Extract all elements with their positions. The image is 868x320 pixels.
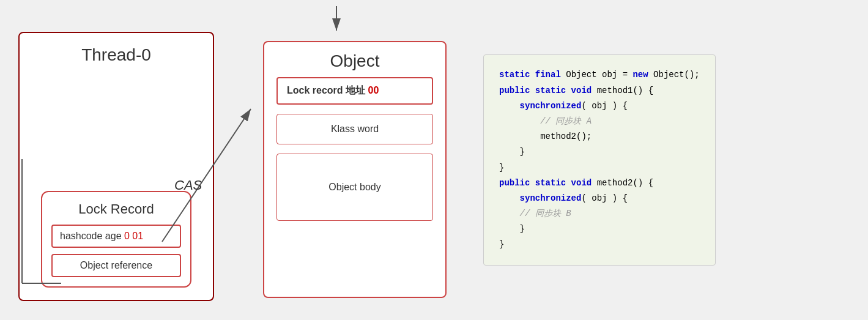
main-container: Thread-0 Lock Record hashcode age 0 01 O… [0,0,868,320]
code-line-3: synchronized( obj ) { [499,99,700,114]
object-body-box: Object body [276,154,433,221]
code-line-2: public static void method1() { [499,83,700,99]
code-line-1: static final Object obj = new Object(); [499,67,700,83]
object-container: Object Lock record 地址 00 Klass word Obje… [263,23,447,298]
hashcode-nums: 0 01 [124,231,143,241]
code-box: static final Object obj = new Object(); … [483,54,716,265]
object-ref-text: Object reference [80,260,152,270]
lock-record-label: Lock Record [51,201,181,217]
object-label: Object [264,51,445,71]
code-line-8: public static void method2() { [499,176,700,191]
lock-record-addr-text: Lock record 地址 [287,85,368,95]
klass-word-text: Klass word [331,124,379,134]
code-line-12: } [499,237,700,252]
object-ref-box: Object reference [51,254,181,277]
thread-label: Thread-0 [20,45,213,65]
klass-word-box: Klass word [276,114,433,144]
code-line-10: // 同步块 B [499,206,700,221]
lock-record-box: Lock Record hashcode age 0 01 Object ref… [41,191,191,288]
lock-record-addr-num: 00 [368,85,379,95]
hashcode-box: hashcode age 0 01 [51,225,181,248]
lock-record-addr-box: Lock record 地址 00 [276,77,433,105]
code-line-7: } [499,160,700,176]
code-line-6: } [499,144,700,160]
thread-box: Thread-0 Lock Record hashcode age 0 01 O… [18,32,214,301]
code-line-4: // 同步块 A [499,114,700,129]
object-box: Object Lock record 地址 00 Klass word Obje… [263,41,447,298]
code-line-9: synchronized( obj ) { [499,191,700,206]
object-body-text: Object body [328,182,380,193]
code-line-11: } [499,221,700,237]
code-line-5: method2(); [499,129,700,144]
hashcode-text: hashcode age [60,231,124,241]
